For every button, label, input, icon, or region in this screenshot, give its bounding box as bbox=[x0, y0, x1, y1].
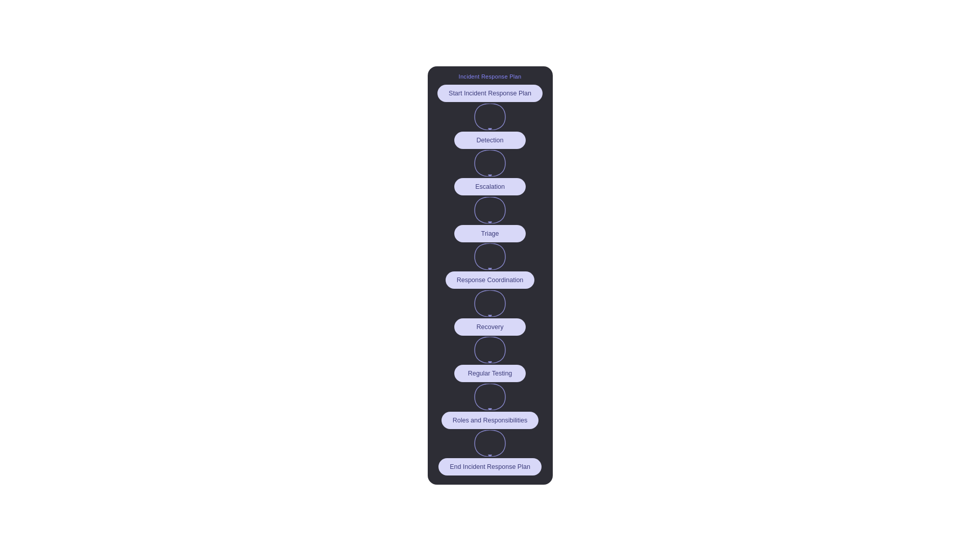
connector-5 bbox=[464, 290, 516, 317]
node-roles-responsibilities[interactable]: Roles and Responsibilities bbox=[442, 412, 539, 429]
diagram-container: Incident Response Plan Start Incident Re… bbox=[428, 66, 553, 485]
connector-6 bbox=[464, 337, 516, 363]
connector-1 bbox=[464, 104, 516, 130]
node-end[interactable]: End Incident Response Plan bbox=[438, 458, 542, 475]
flow-wrapper: Start Incident Response Plan Detection E… bbox=[428, 85, 553, 475]
diagram-title: Incident Response Plan bbox=[459, 73, 522, 80]
connector-4 bbox=[464, 243, 516, 270]
connector-3 bbox=[464, 197, 516, 223]
node-regular-testing[interactable]: Regular Testing bbox=[454, 365, 526, 382]
node-detection[interactable]: Detection bbox=[454, 132, 526, 149]
connector-2 bbox=[464, 150, 516, 177]
node-triage[interactable]: Triage bbox=[454, 225, 526, 242]
node-start[interactable]: Start Incident Response Plan bbox=[437, 85, 543, 102]
connector-7 bbox=[464, 384, 516, 410]
node-escalation[interactable]: Escalation bbox=[454, 178, 526, 195]
node-recovery[interactable]: Recovery bbox=[454, 318, 526, 336]
connector-8 bbox=[464, 430, 516, 457]
node-response-coordination[interactable]: Response Coordination bbox=[446, 271, 535, 289]
